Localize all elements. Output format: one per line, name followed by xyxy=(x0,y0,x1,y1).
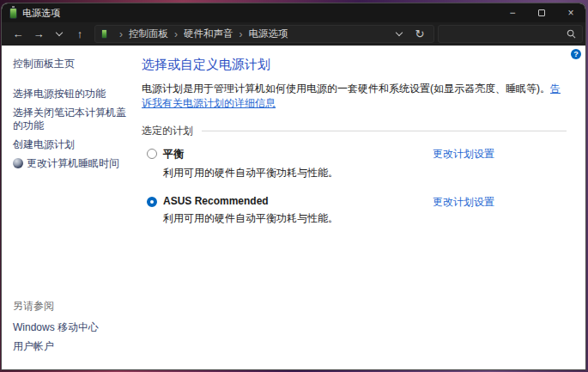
main-pane: ? 选择或自定义电源计划 电源计划是用于管理计算机如何使用电源的一套硬件和系统设… xyxy=(135,46,585,369)
sidebar-item-user-accounts[interactable]: 用户帐户 xyxy=(13,340,130,353)
sidebar-item-power-buttons[interactable]: 选择电源按钮的功能 xyxy=(13,88,130,101)
plan-description: 利用可用的硬件自动平衡功耗与性能。 xyxy=(163,166,338,180)
forward-button[interactable]: → xyxy=(29,25,48,43)
window-title: 电源选项 xyxy=(22,7,60,20)
plan-text: 平衡 利用可用的硬件自动平衡功耗与性能。 xyxy=(163,147,338,180)
selected-plan-section: 选定的计划 xyxy=(142,124,567,138)
change-plan-settings-link-asus[interactable]: 更改计划设置 xyxy=(433,195,494,210)
page-description: 电源计划是用于管理计算机如何使用电源的一套硬件和系统设置(如显示器亮度、睡眠等)… xyxy=(142,82,567,112)
address-bar[interactable]: › 控制面板 › 硬件和声音 › 电源选项 ↻ xyxy=(94,25,434,43)
radio-asus-recommended[interactable] xyxy=(147,197,157,207)
close-button[interactable]: × xyxy=(556,3,585,22)
chevron-down-icon xyxy=(396,29,403,36)
see-also-section: 另请参阅 Windows 移动中心 用户帐户 xyxy=(13,299,130,359)
sidebar-item-label: 更改计算机睡眠时间 xyxy=(27,157,119,170)
up-button[interactable]: ↑ xyxy=(70,25,89,43)
breadcrumb-hardware-sound[interactable]: 硬件和声音 xyxy=(184,27,233,40)
sidebar-item-mobility-center[interactable]: Windows 移动中心 xyxy=(13,321,130,334)
plan-name[interactable]: ASUS Recommended xyxy=(163,195,338,207)
content-area: 控制面板主页 选择电源按钮的功能 选择关闭笔记本计算机盖的功能 创建电源计划 更… xyxy=(2,46,585,369)
maximize-icon xyxy=(538,9,545,16)
see-also-header: 另请参阅 xyxy=(13,299,130,314)
plan-text: ASUS Recommended 利用可用的硬件自动平衡功耗与性能。 xyxy=(163,195,338,226)
battery-icon xyxy=(9,8,17,19)
power-options-window: 电源选项 − × ← → ↑ › 控制面板 › 硬件和声音 › 电源选项 ↻ xyxy=(1,3,586,370)
breadcrumb-separator: › xyxy=(174,28,178,40)
plan-name[interactable]: 平衡 xyxy=(163,147,338,162)
search-box[interactable] xyxy=(438,25,583,43)
page-title: 选择或自定义电源计划 xyxy=(142,57,567,73)
navigation-bar: ← → ↑ › 控制面板 › 硬件和声音 › 电源选项 ↻ xyxy=(2,22,585,46)
address-dropdown-button[interactable] xyxy=(389,33,409,35)
sidebar-item-lid-close[interactable]: 选择关闭笔记本计算机盖的功能 xyxy=(13,107,130,132)
back-button[interactable]: ← xyxy=(9,25,27,43)
search-input[interactable] xyxy=(445,29,567,40)
help-button[interactable]: ? xyxy=(571,49,581,59)
chevron-down-icon xyxy=(56,29,63,36)
sidebar-item-create-plan[interactable]: 创建电源计划 xyxy=(13,138,130,151)
plan-row-asus-recommended: ASUS Recommended 利用可用的硬件自动平衡功耗与性能。 更改计划设… xyxy=(142,195,567,226)
radio-balanced[interactable] xyxy=(147,149,157,159)
recent-pages-button[interactable] xyxy=(50,25,69,43)
nav-buttons: ← → ↑ xyxy=(2,22,93,46)
breadcrumb-separator: › xyxy=(119,28,123,40)
breadcrumb-separator: › xyxy=(239,28,243,40)
sidebar-item-control-panel-home[interactable]: 控制面板主页 xyxy=(13,58,130,70)
section-divider xyxy=(202,131,567,131)
minimize-button[interactable]: − xyxy=(498,3,527,22)
refresh-button[interactable]: ↻ xyxy=(409,27,430,40)
search-icon xyxy=(567,29,576,39)
section-label: 选定的计划 xyxy=(142,124,193,138)
sidebar-item-change-sleep-time[interactable]: 更改计算机睡眠时间 xyxy=(13,157,130,170)
plan-row-balanced: 平衡 利用可用的硬件自动平衡功耗与性能。 更改计划设置 xyxy=(142,147,567,180)
description-text: 电源计划是用于管理计算机如何使用电源的一套硬件和系统设置(如显示器亮度、睡眠等)… xyxy=(142,82,550,95)
sleep-settings-icon xyxy=(13,158,23,168)
sidebar: 控制面板主页 选择电源按钮的功能 选择关闭笔记本计算机盖的功能 创建电源计划 更… xyxy=(2,46,135,369)
power-options-icon xyxy=(101,29,107,39)
title-bar: 电源选项 − × xyxy=(2,3,585,22)
breadcrumb-power-options[interactable]: 电源选项 xyxy=(249,27,288,40)
plan-description: 利用可用的硬件自动平衡功耗与性能。 xyxy=(163,211,338,226)
breadcrumb-control-panel[interactable]: 控制面板 xyxy=(129,27,168,40)
maximize-button[interactable] xyxy=(527,3,556,22)
change-plan-settings-link-balanced[interactable]: 更改计划设置 xyxy=(433,147,494,162)
